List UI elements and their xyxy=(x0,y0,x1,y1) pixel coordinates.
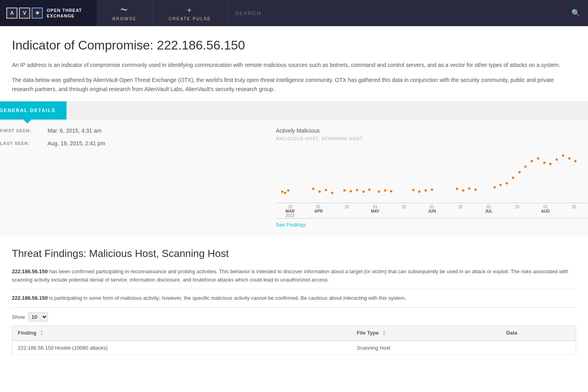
chart-dot xyxy=(568,157,571,160)
sort-arrows-filetype[interactable]: ▲▼ xyxy=(382,330,386,336)
first-seen-row: FIRST SEEN: Mar. 6, 2015, 4:31 am xyxy=(0,127,260,134)
details-area: FIRST SEEN: Mar. 6, 2015, 4:31 am LAST S… xyxy=(0,120,588,236)
search-input[interactable] xyxy=(235,10,567,16)
details-left: FIRST SEEN: Mar. 6, 2015, 4:31 am LAST S… xyxy=(0,127,260,228)
show-label: Show xyxy=(12,314,25,320)
search-area: 🔍 xyxy=(227,0,588,26)
chart-dot xyxy=(456,188,458,190)
first-seen-value: Mar. 6, 2015, 4:31 am xyxy=(48,127,101,134)
description-2: The data below was gathered by AlienVaul… xyxy=(12,76,576,93)
main-content: Indicator of Compromise: 222.186.56.150 … xyxy=(0,26,588,93)
description-1: An IP address is an indicator of comprom… xyxy=(12,61,576,69)
chart-dot xyxy=(368,188,371,191)
status-label: Actively Malicious xyxy=(276,127,588,134)
chart-dot xyxy=(524,166,527,168)
nav-create-pulse-label: CREATE PULSE xyxy=(169,16,211,21)
chart-label-may01: 01 MAY xyxy=(361,205,390,218)
findings-desc-2-text: is participating in some form of malicio… xyxy=(48,295,406,301)
chart-dot xyxy=(549,163,552,165)
malicious-tags: MALICIOUS HOST, SCANNING HOST xyxy=(276,136,588,141)
header: A V ⚛ OPEN THREAT EXCHANGE 〜 BROWSE ＋ CR… xyxy=(0,0,588,26)
chart-dot xyxy=(331,192,333,194)
chart-dot xyxy=(512,177,514,179)
chart-dot xyxy=(543,162,546,164)
chart-label-apr01: 01 APR xyxy=(304,205,333,218)
nav-browse[interactable]: 〜 BROWSE xyxy=(97,0,153,26)
findings-desc-2-bold: 222.186.56.150 xyxy=(12,295,48,301)
last-seen-label: LAST SEEN: xyxy=(0,141,48,146)
create-pulse-icon: ＋ xyxy=(186,5,194,15)
nav-browse-label: BROWSE xyxy=(112,16,137,21)
findings-desc-2: 222.186.56.150 is participating in some … xyxy=(12,294,576,308)
details-right: Actively Malicious MALICIOUS HOST, SCANN… xyxy=(276,127,588,228)
logo-icons: A V ⚛ xyxy=(6,8,43,19)
findings-desc-1-text: has been confirmed participating in reco… xyxy=(12,268,568,283)
tabs-section: GENERAL DETAILS xyxy=(0,101,588,120)
chart-dot xyxy=(350,190,352,192)
col-data: Data xyxy=(500,325,576,341)
table-controls: Show 10 25 50 xyxy=(12,312,576,322)
chart-dots xyxy=(276,147,588,203)
findings-title: Threat Findings: Malicious Host, Scannin… xyxy=(12,247,576,260)
chart-dot xyxy=(343,189,346,192)
first-seen-label: FIRST SEEN: xyxy=(0,128,48,133)
chart-dot xyxy=(424,189,427,192)
search-icon[interactable]: 🔍 xyxy=(571,9,580,17)
last-seen-value: Aug. 19, 2015, 2:41 pm xyxy=(48,140,105,147)
chart-dot xyxy=(506,182,508,185)
chart-dot xyxy=(462,189,464,192)
cell-finding: 222.186.56.150 Hostile (10080 attacks) xyxy=(12,341,351,355)
findings-table: Finding ▲▼ File Type ▲▼ Data 222 xyxy=(12,325,576,356)
chart-dot xyxy=(499,184,502,186)
col-file-type: File Type ▲▼ xyxy=(351,325,500,341)
chart-dot xyxy=(287,189,289,192)
chart-dot xyxy=(418,190,421,193)
chart-dot xyxy=(562,154,564,157)
browse-icon: 〜 xyxy=(120,5,128,15)
chart-dot xyxy=(531,160,533,162)
logo-area: A V ⚛ OPEN THREAT EXCHANGE xyxy=(0,0,97,26)
table-header-row: Finding ▲▼ File Type ▲▼ Data xyxy=(12,325,576,341)
chart-dot xyxy=(281,190,284,193)
chart-dot xyxy=(518,171,521,173)
cell-data xyxy=(500,341,576,355)
chart-label-jun15: 15 xyxy=(446,205,475,218)
nav-create-pulse[interactable]: ＋ CREATE PULSE xyxy=(153,0,227,26)
chart-label-mar15: 15 MAR 2015 xyxy=(276,205,304,218)
show-select[interactable]: 10 25 50 xyxy=(28,312,48,322)
details-grid: FIRST SEEN: Mar. 6, 2015, 4:31 am LAST S… xyxy=(0,127,588,228)
chart-label-jun01: 01 JUN xyxy=(418,205,446,218)
chart-dot xyxy=(474,188,477,191)
chart-dot xyxy=(356,189,358,191)
cell-file-type: Scanning Host xyxy=(351,341,500,355)
chart-axis: 15 MAR 2015 01 APR 15 01 MAY xyxy=(276,203,588,218)
see-findings-link[interactable]: See Findings xyxy=(276,222,588,228)
chart-dot xyxy=(468,187,470,190)
chart-label-apr15: 15 xyxy=(333,205,361,218)
chart-label-jul01: 01 JUL xyxy=(474,205,503,218)
findings-desc-1-bold: 222.186.56.150 xyxy=(12,268,48,274)
logo-text: OPEN THREAT EXCHANGE xyxy=(47,8,82,19)
sort-arrows-finding[interactable]: ▲▼ xyxy=(40,330,44,336)
chart-label-aug15: 15 xyxy=(559,205,588,218)
nav: 〜 BROWSE ＋ CREATE PULSE 🔍 xyxy=(97,0,588,26)
chart-dot xyxy=(325,189,327,191)
chart-dot xyxy=(537,157,539,160)
tab-general-details[interactable]: GENERAL DETAILS xyxy=(0,101,67,120)
findings-tbody: 222.186.56.150 Hostile (10080 attacks) S… xyxy=(12,341,576,355)
logo-icon-vault: V xyxy=(19,8,30,19)
threat-findings-section: Threat Findings: Malicious Host, Scannin… xyxy=(0,236,588,355)
chart-dot xyxy=(312,188,314,190)
chart-dot xyxy=(574,160,577,162)
chart-label-jul15: 15 xyxy=(503,205,531,218)
chart-label-aug01: 01 AUG xyxy=(531,205,560,218)
chart-dot xyxy=(378,190,380,193)
chart-dot xyxy=(412,189,415,191)
chart-container: 15 MAR 2015 01 APR 15 01 MAY xyxy=(276,147,588,219)
findings-desc-1: 222.186.56.150 has been confirmed partic… xyxy=(12,268,576,289)
chart-dot xyxy=(362,190,365,193)
last-seen-row: LAST SEEN: Aug. 19, 2015, 2:41 pm xyxy=(0,140,260,147)
chart-dot xyxy=(318,190,321,193)
chart-dot xyxy=(556,158,558,161)
logo-icon-atom: ⚛ xyxy=(32,8,43,19)
